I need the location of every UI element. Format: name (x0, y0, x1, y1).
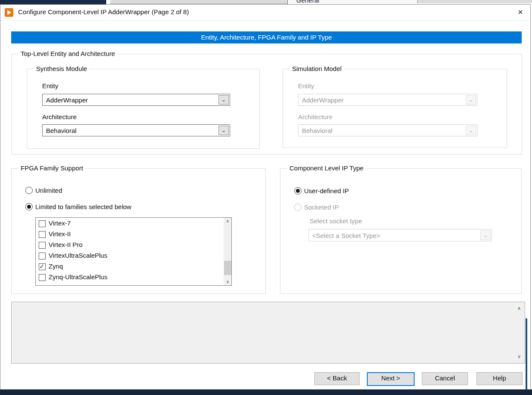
list-item-virtex-ii-pro[interactable]: Virtex-II Pro (36, 240, 224, 251)
synthesis-entity-combobox[interactable]: AdderWrapper ⌄ (42, 94, 230, 106)
socket-type-value: <Select a Socket Type> (312, 231, 380, 239)
radio-socketed-ip-label: Socketed IP (304, 204, 339, 211)
synthesis-entity-label: Entity (42, 82, 58, 89)
labview-run-icon (5, 8, 13, 17)
chevron-down-icon[interactable]: ⌄ (218, 95, 229, 105)
radio-limited[interactable] (25, 203, 33, 210)
synthesis-architecture-combobox[interactable]: Behavioral ⌄ (42, 124, 230, 136)
group-top-level-entity: Top-Level Entity and Architecture Synthe… (11, 54, 522, 154)
background-window-strip-right (417, 0, 532, 3)
synthesis-architecture-value: Behavioral (46, 127, 77, 134)
scroll-up-icon[interactable]: ∧ (516, 306, 523, 312)
list-item-zynq-ultrascaleplus[interactable]: Zynq-UltraScalePlus (36, 272, 224, 283)
group-fpga-family-support: FPGA Family Support Unlimited Limited to… (11, 168, 266, 294)
chevron-down-icon: ⌄ (466, 95, 476, 105)
scroll-down-icon[interactable]: ∨ (516, 354, 523, 360)
synthesis-architecture-label: Architecture (42, 113, 77, 120)
checkbox-checked-icon[interactable]: ✓ (39, 263, 46, 270)
background-window-titlebar-fragment (0, 0, 106, 4)
list-scrollbar[interactable]: ∧ ∨ (224, 218, 231, 285)
cancel-button[interactable]: Cancel (422, 372, 468, 385)
simulation-entity-label: Entity (298, 82, 314, 89)
chevron-down-icon: ⌄ (466, 126, 476, 135)
scroll-down-icon[interactable]: ∨ (224, 278, 231, 285)
list-item-virtexultrascaleplus[interactable]: VirtexUltraScalePlus (36, 251, 224, 262)
group-component-level-ip-type: Component Level IP Type User-defined IP … (280, 168, 522, 294)
checkbox-unchecked-icon[interactable] (39, 220, 46, 227)
radio-user-defined-ip-label[interactable]: User-defined IP (304, 187, 349, 194)
checkbox-unchecked-icon[interactable] (39, 253, 46, 259)
list-item-zynq[interactable]: ✓ Zynq (36, 262, 224, 272)
radio-unlimited-label[interactable]: Unlimited (35, 187, 62, 194)
chevron-down-icon: ⌄ (480, 230, 491, 240)
group-simulation-model: Simulation Model Entity AdderWrapper ⌄ A… (283, 69, 507, 148)
radio-limited-label[interactable]: Limited to families selected below (35, 203, 131, 210)
checkbox-unchecked-icon[interactable] (39, 231, 46, 238)
radio-unlimited[interactable] (25, 187, 33, 194)
background-general-tab-label: General (296, 0, 319, 4)
simulation-entity-value: AdderWrapper (302, 96, 344, 104)
group-fpga-family-support-label: FPGA Family Support (18, 164, 85, 172)
radio-user-defined-ip[interactable] (294, 187, 301, 194)
list-item-virtex-ii[interactable]: Virtex-II (36, 229, 224, 240)
socket-type-combobox: <Select a Socket Type> ⌄ (308, 229, 492, 241)
fpga-family-listbox: Virtex-7 Virtex-II Virtex-II Pro VirtexU… (35, 217, 232, 286)
group-top-level-entity-label: Top-Level Entity and Architecture (18, 50, 117, 57)
group-synthesis-module: Synthesis Module Entity AdderWrapper ⌄ A… (27, 69, 260, 149)
dialog-title: Configure Component-Level IP AdderWrappe… (18, 8, 189, 15)
background-general-tab: General (287, 0, 418, 4)
close-icon[interactable]: ✕ (515, 8, 526, 17)
checkbox-unchecked-icon[interactable] (39, 274, 46, 281)
checkbox-unchecked-icon[interactable] (39, 242, 46, 249)
synthesis-entity-value: AdderWrapper (46, 96, 88, 104)
simulation-architecture-label: Architecture (298, 113, 332, 120)
scrollbar-thumb[interactable] (224, 261, 231, 275)
group-simulation-model-label: Simulation Model (290, 65, 344, 72)
background-window-strip (110, 0, 287, 4)
group-synthesis-module-label: Synthesis Module (34, 65, 89, 72)
next-button[interactable]: Next > (367, 372, 415, 386)
configure-clip-dialog: Configure Component-Level IP AdderWrappe… (0, 4, 531, 390)
back-button[interactable]: < Back (314, 372, 360, 385)
chevron-down-icon[interactable]: ⌄ (218, 126, 229, 135)
simulation-architecture-combobox: Behavioral ⌄ (298, 124, 477, 136)
simulation-architecture-value: Behavioral (302, 127, 332, 134)
group-component-level-ip-type-label: Component Level IP Type (287, 164, 366, 172)
list-item-virtex-7[interactable]: Virtex-7 (36, 219, 224, 229)
socket-type-label: Select socket type (310, 217, 362, 225)
page-title: Entity, Architecture, FPGA Family and IP… (11, 31, 522, 43)
background-window-right-border (526, 318, 527, 389)
simulation-entity-combobox: AdderWrapper ⌄ (298, 94, 477, 106)
info-message-area: ∧ ∨ (11, 302, 525, 364)
dialog-titlebar: Configure Component-Level IP AdderWrappe… (0, 5, 530, 21)
background-window-bottom-bar (0, 389, 532, 395)
scroll-up-icon[interactable]: ∧ (224, 218, 231, 225)
help-button[interactable]: Help (477, 372, 523, 385)
radio-socketed-ip (294, 204, 301, 211)
